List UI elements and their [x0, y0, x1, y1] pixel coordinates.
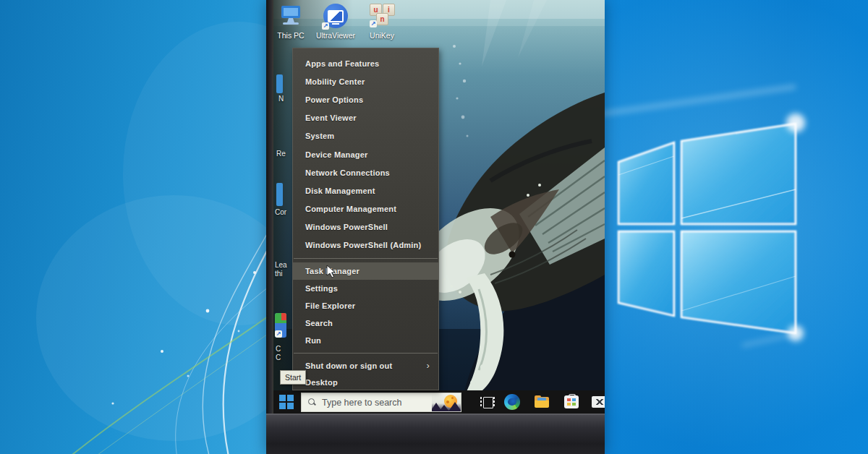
menu-item-run[interactable]: Run: [293, 332, 438, 349]
desktop-icon-label: UniKey: [362, 31, 402, 40]
windows-logo: [605, 0, 868, 454]
hero-image: This PC ↗ UltraViewer u i n ↗ UniKey: [0, 0, 868, 454]
monitor-bezel-left: [266, 0, 273, 414]
menu-item-file-explorer[interactable]: File Explorer: [293, 297, 438, 314]
search-icon: [308, 398, 316, 406]
menu-item-label: Shut down or sign out: [305, 361, 392, 370]
monitor-bezel-bottom: [266, 414, 605, 454]
desktop-icon-this-pc[interactable]: This PC: [273, 2, 311, 40]
screen: This PC ↗ UltraViewer u i n ↗ UniKey: [273, 0, 605, 414]
menu-item-mobility-center[interactable]: Mobility Center: [293, 72, 438, 90]
desktop-icon-ultraviewer[interactable]: ↗ UltraViewer: [315, 2, 356, 40]
partial-desktop-icon: [276, 74, 283, 93]
desktop-icon-unikey[interactable]: u i n ↗ UniKey: [362, 2, 402, 40]
menu-item-power-options[interactable]: Power Options: [293, 90, 438, 108]
menu-item-system[interactable]: System: [293, 127, 438, 145]
partial-desktop-icon: ↗: [275, 313, 286, 338]
this-pc-icon: [273, 2, 311, 30]
edge-icon[interactable]: [504, 394, 520, 410]
winx-menu: Apps and Features Mobility Center Power …: [292, 48, 439, 390]
light-streaks: [0, 0, 266, 454]
menu-item-event-viewer[interactable]: Event Viewer: [293, 109, 438, 127]
shortcut-arrow-icon: ↗: [370, 20, 377, 27]
chevron-right-icon: ›: [426, 360, 430, 371]
partial-icon-label: Cor: [275, 208, 286, 216]
search-input[interactable]: Type here to search: [301, 393, 461, 412]
search-highlight-art: [432, 393, 461, 411]
search-placeholder-text: Type here to search: [322, 398, 401, 408]
shortcut-arrow-icon: ↗: [275, 330, 282, 338]
partial-icon-label: Re: [276, 150, 286, 158]
start-button[interactable]: [279, 395, 294, 409]
desktop-icon-label: UltraViewer: [315, 31, 356, 40]
menu-item-windows-powershell[interactable]: Windows PowerShell: [293, 218, 438, 236]
task-view-icon[interactable]: [480, 394, 495, 410]
partial-desktop-icon: [276, 183, 283, 206]
menu-item-search[interactable]: Search: [293, 314, 438, 332]
file-explorer-icon[interactable]: [534, 394, 550, 410]
desktop-icon-label: This PC: [273, 31, 311, 40]
start-tooltip: Start: [280, 370, 306, 385]
mail-icon[interactable]: [592, 394, 605, 410]
menu-item-network-connections[interactable]: Network Connections: [293, 163, 438, 181]
shortcut-arrow-icon: ↗: [322, 22, 329, 30]
monitor-photo: This PC ↗ UltraViewer u i n ↗ UniKey: [266, 0, 605, 454]
menu-item-desktop[interactable]: Desktop: [293, 374, 438, 390]
menu-item-task-manager[interactable]: Task Manager: [293, 262, 438, 280]
partial-icon-label: C: [276, 345, 281, 353]
menu-item-disk-management[interactable]: Disk Management: [293, 181, 438, 200]
taskbar: Type here to search: [273, 390, 605, 414]
menu-item-computer-management[interactable]: Computer Management: [293, 200, 438, 218]
menu-item-shut-down-or-sign-out[interactable]: Shut down or sign out ›: [293, 357, 438, 374]
menu-separator: [294, 258, 438, 259]
menu-item-windows-powershell-admin[interactable]: Windows PowerShell (Admin): [293, 236, 438, 254]
partial-icon-label: C: [276, 354, 281, 361]
menu-item-apps-and-features[interactable]: Apps and Features: [293, 54, 438, 72]
partial-icon-label: Lea: [275, 261, 287, 269]
mouse-cursor: [326, 265, 337, 279]
menu-separator: [294, 353, 438, 354]
partial-icon-label: thi: [275, 270, 283, 278]
menu-item-device-manager[interactable]: Device Manager: [293, 145, 438, 163]
windows-flag-icon: [279, 395, 286, 401]
menu-item-settings[interactable]: Settings: [293, 280, 438, 297]
ultraviewer-icon: ↗: [315, 2, 356, 30]
unikey-icon: u i n ↗: [362, 2, 402, 30]
store-icon[interactable]: [563, 394, 579, 410]
partial-icon-label: N: [278, 95, 284, 103]
